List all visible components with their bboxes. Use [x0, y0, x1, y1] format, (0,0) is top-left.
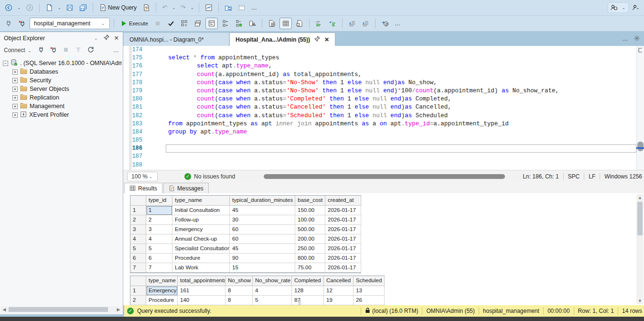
grid-cell[interactable]: 7: [146, 263, 172, 273]
grid-column-header[interactable]: base_cost: [295, 196, 325, 206]
cancel-query-button[interactable]: [152, 18, 163, 29]
grid-row-header[interactable]: 6: [130, 254, 146, 263]
oe-overflow-button[interactable]: …: [113, 47, 119, 54]
expand-icon[interactable]: +: [12, 112, 18, 118]
grid-cell[interactable]: 128: [292, 286, 324, 296]
grid-row-header[interactable]: 3: [130, 225, 146, 234]
grid-cell[interactable]: 30: [230, 215, 295, 225]
vscroll-thumb[interactable]: [637, 142, 644, 151]
grid-cell[interactable]: 800.00: [295, 254, 325, 263]
result-grid-2[interactable]: type_nametotal_appointmentsNo_showNo_sho…: [130, 276, 385, 305]
results-to-text-button[interactable]: [266, 18, 278, 29]
encoding-label[interactable]: Windows 1256: [604, 173, 642, 180]
grid-cell[interactable]: 161: [178, 286, 225, 296]
grid-column-header[interactable]: total_appointments: [178, 276, 225, 286]
tree-node-management[interactable]: +Management: [0, 102, 122, 111]
new-query-button[interactable]: New Query: [97, 2, 139, 13]
expand-icon[interactable]: +: [12, 69, 18, 75]
scroll-up-arrow-icon[interactable]: ▲: [636, 195, 644, 200]
grid-cell[interactable]: 90: [230, 254, 295, 263]
undo-dropdown-icon[interactable]: ⌄: [171, 5, 177, 10]
estimated-plan-button[interactable]: [179, 18, 190, 29]
undo-button[interactable]: ↶: [160, 2, 169, 13]
grid-row-header[interactable]: 4: [130, 234, 146, 244]
oe-stop-icon[interactable]: [62, 46, 70, 55]
grid-cell[interactable]: 6: [146, 254, 172, 263]
new-file-button[interactable]: [43, 2, 55, 13]
tab-pin-icon[interactable]: [314, 36, 320, 43]
caret-position-label[interactable]: Ln: 186, Ch: 1: [523, 173, 558, 180]
find-in-files-button[interactable]: [223, 2, 234, 13]
indentation-mode-label[interactable]: SPC: [568, 173, 580, 180]
grid-cell[interactable]: Annual Check-up: [172, 234, 230, 244]
code-line[interactable]: 176 select apt.type_name,: [123, 62, 644, 70]
grid-column-header[interactable]: typical_duration_minutes: [230, 196, 295, 206]
hscroll-thumb[interactable]: [9, 307, 108, 312]
issues-indicator[interactable]: ✓ No issues found: [184, 173, 235, 180]
expand-icon[interactable]: +: [12, 87, 18, 92]
grid-column-header[interactable]: created_at: [325, 196, 361, 206]
navigate-back-button[interactable]: [3, 2, 14, 13]
grid-column-header[interactable]: type_name: [172, 196, 230, 206]
code-line[interactable]: 186: [123, 144, 644, 153]
grid-row-header[interactable]: 2: [130, 296, 146, 305]
grid-cell[interactable]: 60: [230, 225, 295, 234]
editor-hscrollbar[interactable]: [264, 174, 504, 179]
grid-cell[interactable]: 100.00: [295, 215, 325, 225]
activity-monitor-button[interactable]: [203, 2, 215, 13]
grid-column-header[interactable]: Cancelled: [324, 276, 354, 286]
grid-cell[interactable]: 8: [225, 296, 253, 305]
scroll-right-arrow-icon[interactable]: ▶: [115, 307, 122, 312]
scroll-left-arrow-icon[interactable]: ◀: [1, 307, 8, 312]
expand-icon[interactable]: +: [12, 78, 18, 83]
grid-row-header[interactable]: 7: [130, 263, 146, 273]
oe-connect-icon[interactable]: [37, 46, 45, 55]
grid-cell[interactable]: Emergency: [146, 286, 178, 296]
grid-cell[interactable]: Specialist Consultation: [172, 244, 230, 254]
scroll-down-arrow-icon[interactable]: ▼: [636, 299, 644, 303]
grid-cell[interactable]: 26: [354, 296, 385, 305]
collapse-icon[interactable]: −: [3, 61, 8, 66]
object-explorer-hscrollbar[interactable]: ◀ ▶: [1, 306, 122, 313]
grid-cell[interactable]: 2026-01-17: [325, 225, 361, 234]
client-statistics-button[interactable]: [247, 18, 258, 29]
execute-button[interactable]: Execute: [118, 18, 150, 29]
grid-cell[interactable]: 140: [178, 296, 225, 305]
redo-dropdown-icon[interactable]: ⌄: [189, 5, 195, 10]
results-vscrollbar[interactable]: ▲ ▼: [636, 194, 644, 304]
database-engine-query-button[interactable]: [140, 2, 152, 13]
grid-corner-cell[interactable]: [130, 276, 146, 286]
navigate-forward-button[interactable]: [24, 2, 35, 13]
comment-button[interactable]: [313, 18, 325, 29]
save-all-button[interactable]: [77, 2, 89, 13]
grid-cell[interactable]: 5: [146, 244, 172, 254]
code-line[interactable]: 180 count(case when a.status='Completed'…: [123, 95, 644, 103]
code-line[interactable]: 184 group by apt.type_name: [123, 128, 644, 136]
oe-refresh-icon[interactable]: [87, 46, 95, 55]
grid-cell[interactable]: 19: [324, 296, 354, 305]
tree-node-databases[interactable]: +Databases: [0, 67, 122, 76]
new-file-dropdown-icon[interactable]: ⌄: [57, 5, 63, 10]
document-outline-icon[interactable]: [637, 47, 643, 55]
query-options-button[interactable]: [192, 18, 204, 29]
grid-cell[interactable]: Emergency: [172, 225, 230, 234]
oe-disconnect-icon[interactable]: [50, 46, 57, 55]
expand-icon[interactable]: +: [12, 95, 18, 100]
results-vscroll-thumb[interactable]: [637, 202, 643, 235]
grid-cell[interactable]: Follow-up: [172, 215, 230, 225]
code-line[interactable]: 175 select * from appointment_types: [123, 54, 644, 62]
live-statistics-button[interactable]: [233, 18, 245, 29]
properties-window-button[interactable]: [236, 2, 247, 13]
intellisense-toggle-button[interactable]: [205, 18, 218, 29]
code-line[interactable]: 179 count(case when a.status='No-Show' t…: [123, 87, 644, 95]
pin-icon[interactable]: [104, 34, 109, 42]
tree-node-security[interactable]: +Security: [0, 76, 122, 85]
grid-corner-cell[interactable]: [130, 196, 146, 206]
grid-column-header[interactable]: Completed: [292, 276, 324, 286]
code-line[interactable]: 188: [123, 161, 644, 169]
code-line[interactable]: 181 count(case when a.status='Cancelled'…: [123, 103, 644, 111]
tree-node-server-objects[interactable]: +Server Objects: [0, 85, 122, 93]
grid-cell[interactable]: 8: [225, 286, 253, 296]
result-grid-1[interactable]: type_idtype_nametypical_duration_minutes…: [130, 195, 361, 273]
save-button[interactable]: [64, 2, 75, 13]
